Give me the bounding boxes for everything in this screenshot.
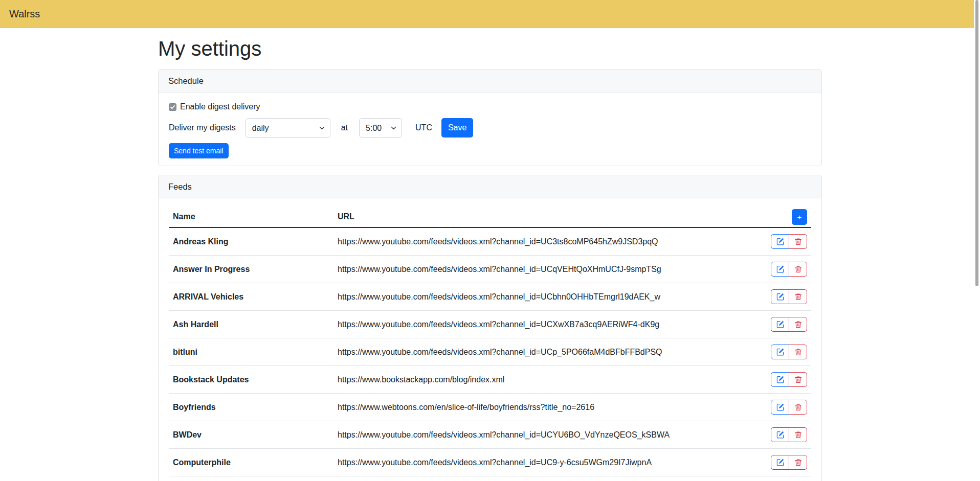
pencil-square-icon bbox=[776, 403, 784, 411]
delete-feed-button[interactable] bbox=[789, 289, 807, 304]
frequency-select-control[interactable]: daily bbox=[246, 118, 330, 138]
feed-name: ARRIVAL Vehicles bbox=[169, 283, 333, 311]
feed-name: Ash Hardell bbox=[169, 311, 333, 338]
deliver-label: Deliver my digests bbox=[169, 123, 236, 132]
at-label: at bbox=[341, 123, 348, 132]
trash-icon bbox=[794, 265, 802, 273]
edit-feed-button[interactable] bbox=[771, 234, 789, 249]
checkmark-icon bbox=[170, 104, 175, 110]
trash-icon bbox=[794, 431, 802, 439]
feed-row: Andreas Kling https://www.youtube.com/fe… bbox=[169, 227, 811, 256]
feed-name: bitluni bbox=[169, 338, 333, 366]
column-header-url: URL bbox=[333, 207, 762, 227]
trash-icon bbox=[794, 376, 802, 383]
feeds-card-header: Feeds bbox=[159, 175, 821, 198]
trash-icon bbox=[794, 348, 802, 356]
pencil-square-icon bbox=[776, 431, 784, 439]
feed-actions bbox=[771, 262, 807, 277]
feed-row: Boyfriends https://www.webtoons.com/en/s… bbox=[169, 394, 811, 421]
feed-url: https://www.youtube.com/feeds/videos.xml… bbox=[333, 449, 762, 476]
trash-icon bbox=[794, 403, 802, 411]
page-title: My settings bbox=[158, 36, 822, 61]
scrollbar-thumb[interactable] bbox=[975, 0, 978, 286]
feed-url: https://www.youtube.com/feeds/videos.xml… bbox=[333, 338, 762, 366]
feed-actions bbox=[771, 455, 807, 470]
feed-url: https://www.youtube.com/feeds/videos.xml… bbox=[333, 421, 762, 449]
feed-actions bbox=[771, 345, 807, 359]
feed-row: Bookstack Updates https://www.bookstacka… bbox=[169, 366, 811, 394]
delete-feed-button[interactable] bbox=[789, 372, 807, 387]
delete-feed-button[interactable] bbox=[789, 234, 807, 249]
pencil-square-icon bbox=[776, 293, 784, 301]
delete-feed-button[interactable] bbox=[789, 427, 807, 442]
brand-walrss[interactable]: Walrss bbox=[9, 8, 40, 20]
delete-feed-button[interactable] bbox=[789, 400, 807, 415]
feeds-table-header-row: Name URL + bbox=[169, 207, 811, 227]
enable-digest-checkbox[interactable] bbox=[169, 103, 176, 111]
feed-actions bbox=[771, 400, 807, 415]
edit-feed-button[interactable] bbox=[771, 400, 789, 415]
save-button[interactable]: Save bbox=[441, 118, 473, 138]
pencil-square-icon bbox=[776, 376, 784, 383]
pencil-square-icon bbox=[776, 265, 784, 273]
time-select-control[interactable]: 5:00 bbox=[359, 118, 402, 138]
feed-name: Bookstack Updates bbox=[169, 366, 333, 394]
timezone-label: UTC bbox=[415, 123, 432, 132]
feed-row: BWDev https://www.youtube.com/feeds/vide… bbox=[169, 421, 811, 449]
feed-actions bbox=[771, 234, 807, 249]
edit-feed-button[interactable] bbox=[771, 317, 789, 332]
feed-row: Fireship https://www.youtube.com/feeds/v… bbox=[169, 476, 811, 481]
feeds-table: Name URL + Andreas Kling https://www.you… bbox=[169, 207, 811, 481]
pencil-square-icon bbox=[776, 459, 784, 466]
feeds-card: Feeds Name URL + Andreas Kli bbox=[158, 175, 822, 481]
feed-url: https://www.youtube.com/feeds/videos.xml… bbox=[333, 227, 762, 256]
feed-actions bbox=[771, 372, 807, 387]
delete-feed-button[interactable] bbox=[789, 262, 807, 277]
feed-actions bbox=[771, 289, 807, 304]
main-content: My settings Schedule Enable digest deliv… bbox=[158, 28, 822, 481]
feed-url: https://www.youtube.com/feeds/videos.xml… bbox=[333, 256, 762, 283]
feed-row: bitluni https://www.youtube.com/feeds/vi… bbox=[169, 338, 811, 366]
schedule-card-body: Enable digest delivery Deliver my digest… bbox=[159, 93, 821, 166]
feed-name: Boyfriends bbox=[169, 394, 333, 421]
trash-icon bbox=[794, 238, 802, 245]
pencil-square-icon bbox=[776, 320, 784, 328]
time-select[interactable]: 5:00 bbox=[359, 118, 402, 138]
page-scrollbar[interactable] bbox=[974, 0, 980, 481]
feed-row: ARRIVAL Vehicles https://www.youtube.com… bbox=[169, 283, 811, 311]
feed-name: Computerphile bbox=[169, 449, 333, 476]
edit-feed-button[interactable] bbox=[771, 372, 789, 387]
delete-feed-button[interactable] bbox=[789, 317, 807, 332]
feed-row: Computerphile https://www.youtube.com/fe… bbox=[169, 449, 811, 476]
edit-feed-button[interactable] bbox=[771, 345, 789, 359]
pencil-square-icon bbox=[776, 348, 784, 356]
edit-feed-button[interactable] bbox=[771, 455, 789, 470]
add-feed-button[interactable]: + bbox=[792, 209, 807, 225]
send-test-email-button[interactable]: Send test email bbox=[169, 143, 229, 158]
frequency-select[interactable]: daily bbox=[246, 118, 330, 138]
trash-icon bbox=[794, 459, 802, 466]
feed-row: Ash Hardell https://www.youtube.com/feed… bbox=[169, 311, 811, 338]
feed-actions bbox=[771, 427, 807, 442]
feed-name: BWDev bbox=[169, 421, 333, 449]
pencil-square-icon bbox=[776, 238, 784, 245]
delete-feed-button[interactable] bbox=[789, 345, 807, 359]
feed-name: Answer In Progress bbox=[169, 256, 333, 283]
feed-url: https://www.youtube.com/feeds/videos.xml… bbox=[333, 476, 762, 481]
feed-name: Fireship bbox=[169, 476, 333, 481]
edit-feed-button[interactable] bbox=[771, 262, 789, 277]
feed-actions bbox=[771, 317, 807, 332]
enable-digest-label[interactable]: Enable digest delivery bbox=[180, 102, 260, 111]
feed-url: https://www.webtoons.com/en/slice-of-lif… bbox=[333, 394, 762, 421]
edit-feed-button[interactable] bbox=[771, 289, 789, 304]
edit-feed-button[interactable] bbox=[771, 427, 789, 442]
feeds-card-body: Name URL + Andreas Kling https://www.you… bbox=[159, 198, 821, 481]
feed-url: https://www.bookstackapp.com/blog/index.… bbox=[333, 366, 762, 394]
trash-icon bbox=[794, 320, 802, 328]
feed-url: https://www.youtube.com/feeds/videos.xml… bbox=[333, 283, 762, 311]
schedule-card: Schedule Enable digest delivery Deliver … bbox=[158, 69, 822, 166]
column-header-name: Name bbox=[169, 207, 333, 227]
plus-icon: + bbox=[797, 213, 802, 221]
delete-feed-button[interactable] bbox=[789, 455, 807, 470]
feed-url: https://www.youtube.com/feeds/videos.xml… bbox=[333, 311, 762, 338]
